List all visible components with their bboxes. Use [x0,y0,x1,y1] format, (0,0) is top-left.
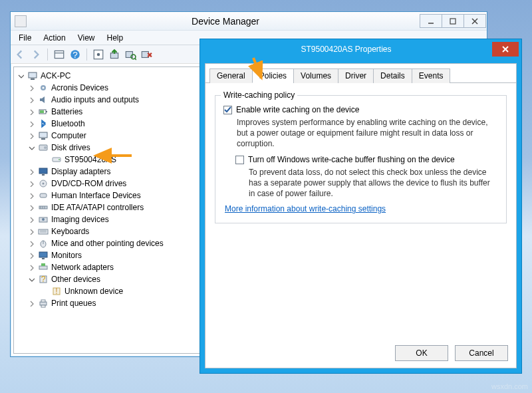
svg-rect-31 [42,174,45,176]
expand-icon[interactable] [27,251,35,259]
expand-icon[interactable] [27,108,35,116]
ok-button[interactable]: OK [395,345,448,361]
audio-icon [38,94,49,105]
enable-write-caching-label: Enable write caching on the device [236,105,359,114]
tree-node-label: Imaging devices [51,215,109,224]
tree-node-label: Other devices [51,275,100,284]
svg-rect-22 [46,111,47,112]
svg-point-29 [59,159,60,160]
expand-icon[interactable] [27,84,35,92]
expand-icon[interactable] [27,227,35,235]
display-icon [38,166,49,177]
toolbar-update-icon[interactable] [108,48,121,61]
props-tabs: GeneralPoliciesVolumesDriverDetailsEvent… [205,64,516,83]
expand-icon[interactable] [27,203,35,211]
svg-rect-54 [40,302,47,305]
svg-rect-23 [40,110,44,113]
expand-icon[interactable] [27,299,35,307]
more-info-link[interactable]: More information about write-caching set… [225,204,386,213]
expand-icon[interactable] [27,132,35,140]
tree-node-label: ST9500420AS [65,155,116,164]
expand-icon[interactable] [27,168,35,176]
svg-rect-30 [39,168,47,174]
toolbar-properties-icon[interactable] [92,48,105,61]
tree-node-label: Unknown device [65,287,123,296]
tree-node-label: Monitors [51,251,82,260]
toolbar-uninstall-icon[interactable] [140,48,153,61]
collapse-icon[interactable] [17,72,25,80]
hid-icon [38,190,49,201]
svg-rect-14 [142,51,148,57]
mouse-icon [38,238,49,249]
maximize-button[interactable] [442,14,464,28]
svg-point-27 [44,146,47,149]
expand-icon[interactable] [27,239,35,247]
tab-details[interactable]: Details [373,68,412,83]
dm-titlebar[interactable]: Device Manager [11,12,487,31]
dm-app-icon [15,15,27,27]
svg-text:?: ? [41,275,46,284]
expand-icon[interactable] [27,96,35,104]
tab-general[interactable]: General [209,68,253,83]
toolbar-show-hidden-icon[interactable] [53,48,66,61]
collapse-icon[interactable] [27,144,35,152]
watermark: wsxdn.com [491,382,528,390]
other-icon: ? [38,274,49,285]
battery-icon [38,106,49,117]
monitor-icon [38,250,49,261]
tab-events[interactable]: Events [412,68,451,83]
minimize-button[interactable] [420,14,442,28]
print-icon [38,298,49,309]
expand-icon[interactable] [27,120,35,128]
svg-text:?: ? [72,49,78,59]
tab-policies[interactable]: Policies [252,68,294,83]
menu-action[interactable]: Action [38,32,70,44]
props-tab-body: Write-caching policy Enable write cachin… [205,83,516,231]
tree-node-label: Network adapters [51,263,114,272]
unknown-icon: ! [51,286,62,297]
toolbar-help-icon[interactable]: ? [68,48,82,61]
toolbar-forward-icon[interactable] [29,48,43,61]
tree-node-label: Mice and other pointing devices [51,239,164,248]
props-close-button[interactable] [492,42,519,57]
expand-icon[interactable] [27,192,35,199]
ide-icon [38,202,49,213]
svg-point-40 [42,218,45,221]
tree-node-label: Disk drives [51,143,90,152]
imaging-icon [38,214,49,225]
cancel-button[interactable]: Cancel [455,345,508,361]
tab-volumes[interactable]: Volumes [293,68,338,83]
expand-icon[interactable] [27,263,35,271]
dm-window-buttons [420,14,486,28]
svg-rect-4 [55,51,64,58]
svg-point-33 [43,183,45,185]
tree-node-label: Audio inputs and outputs [51,95,139,104]
tab-driver[interactable]: Driver [338,68,374,83]
tree-node-label: Computer [51,131,86,140]
collapse-icon[interactable] [27,275,35,283]
dm-title: Device Manager [192,16,259,27]
turn-off-flush-checkbox[interactable] [235,156,244,164]
expand-icon [41,156,49,164]
svg-rect-18 [31,78,35,80]
menu-view[interactable]: View [72,32,100,44]
disk-icon [38,142,49,153]
tree-node-label: ACK-PC [41,71,70,80]
close-button[interactable] [464,14,486,28]
svg-rect-25 [41,138,45,140]
toolbar-back-icon[interactable] [13,48,27,61]
menu-file[interactable]: File [13,32,37,44]
tree-node-label: Display adapters [51,167,110,176]
enable-write-caching-checkbox[interactable] [223,106,232,114]
props-titlebar[interactable]: ST9500420AS Properties [200,39,521,59]
expand-icon[interactable] [27,180,35,188]
expand-icon[interactable] [27,215,35,223]
tree-node-label: Human Interface Devices [51,191,141,200]
tree-node-label: Keyboards [51,227,89,236]
menu-help[interactable]: Help [102,32,129,44]
turn-off-flush-label: Turn off Windows write-cache buffer flus… [248,155,455,164]
svg-rect-17 [29,72,37,78]
toolbar-scan-icon[interactable] [124,48,137,61]
svg-rect-46 [39,252,47,257]
svg-rect-24 [39,132,47,138]
